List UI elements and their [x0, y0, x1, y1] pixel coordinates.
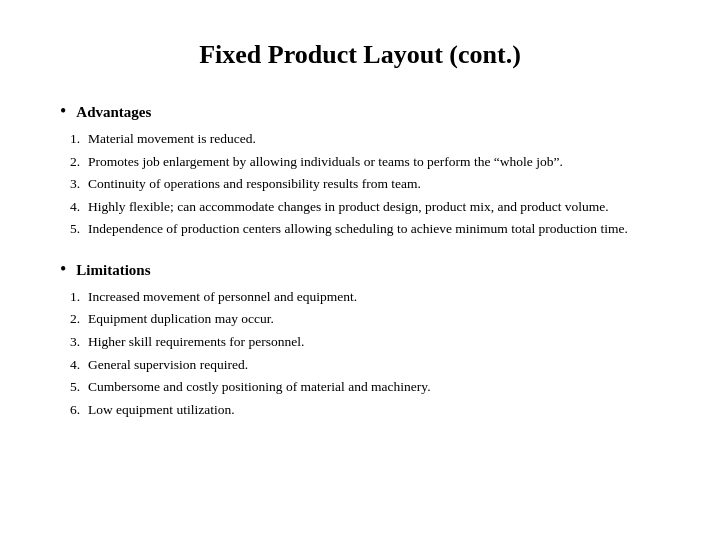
- item-number: 2.: [60, 309, 88, 329]
- limitations-bullet: •: [60, 260, 66, 278]
- item-text: Material movement is reduced.: [88, 129, 660, 149]
- item-number: 6.: [60, 400, 88, 420]
- slide-title: Fixed Product Layout (cont.): [60, 40, 660, 70]
- limitations-list: 1. Increased movement of personnel and e…: [60, 287, 660, 422]
- item-text: Promotes job enlargement by allowing ind…: [88, 152, 660, 172]
- list-item: 2. Equipment duplication may occur.: [60, 309, 660, 329]
- slide: Fixed Product Layout (cont.) • Advantage…: [0, 0, 720, 540]
- list-item: 3. Higher skill requirements for personn…: [60, 332, 660, 352]
- list-item: 4. Highly flexible; can accommodate chan…: [60, 197, 660, 217]
- list-item: 2. Promotes job enlargement by allowing …: [60, 152, 660, 172]
- list-item: 6. Low equipment utilization.: [60, 400, 660, 420]
- list-item: 5. Cumbersome and costly positioning of …: [60, 377, 660, 397]
- list-item: 5. Independence of production centers al…: [60, 219, 660, 239]
- item-number: 5.: [60, 377, 88, 397]
- item-number: 5.: [60, 219, 88, 239]
- item-number: 1.: [60, 287, 88, 307]
- advantages-header: • Advantages: [60, 102, 660, 121]
- item-number: 2.: [60, 152, 88, 172]
- item-text: General supervision required.: [88, 355, 660, 375]
- advantages-bullet: •: [60, 102, 66, 120]
- advantages-list: 1. Material movement is reduced. 2. Prom…: [60, 129, 660, 242]
- item-text: Equipment duplication may occur.: [88, 309, 660, 329]
- limitations-header: • Limitations: [60, 260, 660, 279]
- advantages-title: Advantages: [76, 104, 151, 121]
- item-text: Highly flexible; can accommodate changes…: [88, 197, 660, 217]
- item-text: Increased movement of personnel and equi…: [88, 287, 660, 307]
- item-number: 4.: [60, 197, 88, 217]
- item-text: Low equipment utilization.: [88, 400, 660, 420]
- item-text: Cumbersome and costly positioning of mat…: [88, 377, 660, 397]
- item-number: 1.: [60, 129, 88, 149]
- item-number: 3.: [60, 174, 88, 194]
- item-number: 3.: [60, 332, 88, 352]
- item-text: Continuity of operations and responsibil…: [88, 174, 660, 194]
- item-number: 4.: [60, 355, 88, 375]
- list-item: 3. Continuity of operations and responsi…: [60, 174, 660, 194]
- list-item: 4. General supervision required.: [60, 355, 660, 375]
- item-text: Independence of production centers allow…: [88, 219, 660, 239]
- limitations-title: Limitations: [76, 262, 150, 279]
- item-text: Higher skill requirements for personnel.: [88, 332, 660, 352]
- list-item: 1. Increased movement of personnel and e…: [60, 287, 660, 307]
- list-item: 1. Material movement is reduced.: [60, 129, 660, 149]
